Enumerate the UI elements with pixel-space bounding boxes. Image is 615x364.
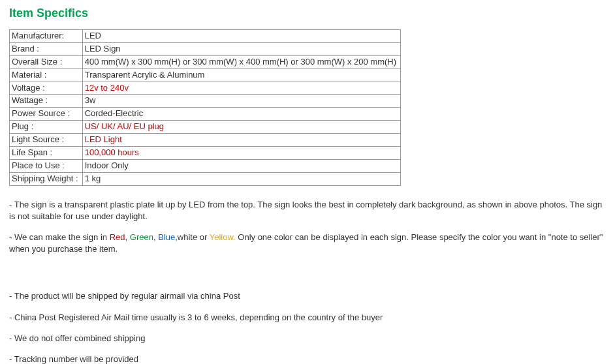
specifics-table: Manufacturer:LEDBrand :LED SignOverall S… [9,29,401,186]
table-row: Overall Size :400 mm(W) x 300 mm(H) or 3… [10,55,401,68]
spec-label: Shipping Weight : [10,172,83,185]
p2-text-mid: ,white or [175,232,210,242]
spec-label: Brand : [10,42,83,55]
shipping-paragraph-3: - We do not offer combined shipping [9,333,606,344]
spec-label: Voltage : [10,82,83,95]
shipping-paragraph-4: - Tracking number will be provided [9,354,606,364]
spec-value: 3w [82,95,400,108]
spec-label: Place to Use : [10,159,83,172]
spec-value: Indoor Only [82,159,400,172]
spacer [9,264,606,290]
color-red-text: Red [110,232,125,242]
desc-paragraph-1: - The sign is a transparent plastic plat… [9,199,606,222]
color-blue-text: Blue [158,232,175,242]
spec-value: 100,000 hours [82,147,400,160]
spec-value: 400 mm(W) x 300 mm(H) or 300 mm(W) x 400… [82,55,400,68]
spec-value: 12v to 240v [82,82,400,95]
spec-label: Plug : [10,121,83,134]
spec-value: LED Sign [82,42,400,55]
table-row: Wattage :3w [10,95,401,108]
shipping-paragraph-1: - The product will be shipped by regular… [9,290,606,302]
spec-label: Light Source : [10,134,83,147]
table-row: Plug :US/ UK/ AU/ EU plug [10,121,401,134]
table-row: Brand :LED Sign [10,42,401,55]
desc-paragraph-2: - We can make the sign in Red, Green, Bl… [9,232,606,255]
color-green-text: Green [130,232,153,242]
spec-value: 1 kg [82,172,400,185]
spec-label: Overall Size : [10,55,83,68]
spec-value: LED Light [82,134,400,147]
table-row: Shipping Weight :1 kg [10,172,401,185]
p2-text-pre: - We can make the sign in [9,232,110,242]
p2-comma-1: , [125,232,130,242]
table-row: Light Source :LED Light [10,134,401,147]
spec-value: LED [82,30,400,43]
section-heading: Item Specifics [9,7,606,20]
color-yellow-text: Yellow. [210,232,236,242]
table-row: Manufacturer:LED [10,30,401,43]
spec-label: Wattage : [10,95,83,108]
spec-label: Power Source : [10,108,83,121]
spec-label: Life Span : [10,147,83,160]
spec-value: Transparent Acrylic & Aluminum [82,68,400,82]
table-row: Voltage :12v to 240v [10,82,401,95]
spec-label: Manufacturer: [10,30,83,43]
specifics-tbody: Manufacturer:LEDBrand :LED SignOverall S… [10,30,401,186]
table-row: Material :Transparent Acrylic & Aluminum [10,68,401,82]
table-row: Life Span :100,000 hours [10,147,401,160]
spec-value: US/ UK/ AU/ EU plug [82,121,400,134]
spec-label: Material : [10,68,83,82]
table-row: Power Source :Corded-Electric [10,108,401,121]
shipping-paragraph-2: - China Post Registered Air Mail time us… [9,312,606,324]
spec-value: Corded-Electric [82,108,400,121]
table-row: Place to Use :Indoor Only [10,159,401,172]
